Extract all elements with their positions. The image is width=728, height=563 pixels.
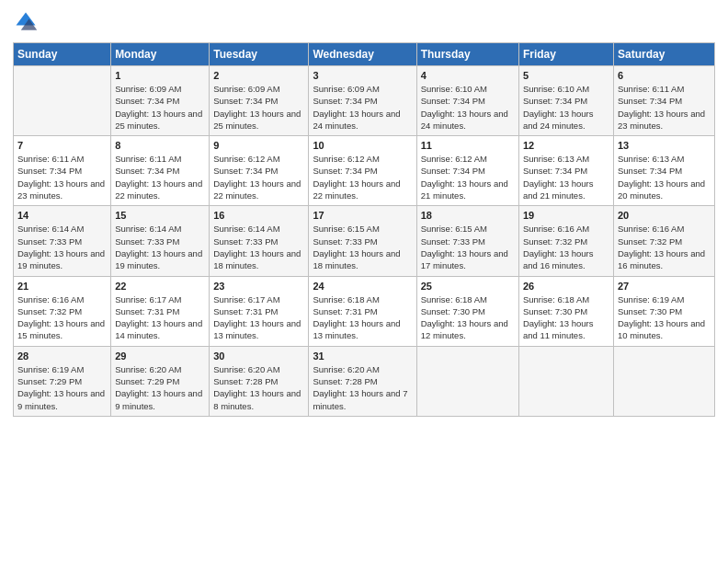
day-number: 27 [618, 281, 711, 292]
day-number: 26 [523, 281, 609, 292]
cell-day-30: 30Sunrise: 6:20 AMSunset: 7:28 PMDayligh… [210, 346, 309, 416]
header-row: SundayMondayTuesdayWednesdayThursdayFrid… [14, 43, 715, 66]
col-header-friday: Friday [518, 43, 613, 66]
day-number: 17 [313, 210, 412, 221]
cell-day-25: 25Sunrise: 6:18 AMSunset: 7:30 PMDayligh… [416, 276, 518, 346]
day-number: 4 [421, 70, 515, 81]
cell-day-7: 7Sunrise: 6:11 AMSunset: 7:34 PMDaylight… [14, 136, 111, 206]
day-info: Sunrise: 6:11 AMSunset: 7:34 PMDaylight:… [17, 153, 107, 201]
day-number: 22 [115, 281, 205, 292]
cell-day-16: 16Sunrise: 6:14 AMSunset: 7:33 PMDayligh… [210, 206, 309, 276]
day-number: 15 [115, 210, 205, 221]
day-info: Sunrise: 6:18 AMSunset: 7:30 PMDaylight:… [523, 293, 609, 342]
cell-day-6: 6Sunrise: 6:11 AMSunset: 7:34 PMDaylight… [613, 66, 714, 136]
cell-day-18: 18Sunrise: 6:15 AMSunset: 7:33 PMDayligh… [416, 206, 518, 276]
cell-day-31: 31Sunrise: 6:20 AMSunset: 7:28 PMDayligh… [309, 346, 416, 416]
page: SundayMondayTuesdayWednesdayThursdayFrid… [0, 0, 728, 563]
day-number: 11 [421, 140, 515, 151]
day-info: Sunrise: 6:10 AMSunset: 7:34 PMDaylight:… [421, 83, 515, 132]
day-info: Sunrise: 6:12 AMSunset: 7:34 PMDaylight:… [313, 153, 412, 201]
week-row-2: 7Sunrise: 6:11 AMSunset: 7:34 PMDaylight… [14, 136, 715, 206]
day-number: 28 [17, 350, 107, 362]
cell-day-13: 13Sunrise: 6:13 AMSunset: 7:34 PMDayligh… [613, 136, 714, 206]
day-info: Sunrise: 6:09 AMSunset: 7:34 PMDaylight:… [213, 83, 304, 132]
col-header-thursday: Thursday [416, 43, 518, 66]
day-number: 3 [313, 70, 412, 81]
cell-day-20: 20Sunrise: 6:16 AMSunset: 7:32 PMDayligh… [613, 206, 714, 276]
cell-day-10: 10Sunrise: 6:12 AMSunset: 7:34 PMDayligh… [309, 136, 416, 206]
day-info: Sunrise: 6:18 AMSunset: 7:31 PMDaylight:… [313, 293, 412, 342]
day-info: Sunrise: 6:11 AMSunset: 7:34 PMDaylight:… [618, 83, 711, 132]
day-number: 14 [17, 210, 107, 221]
cell-day-9: 9Sunrise: 6:12 AMSunset: 7:34 PMDaylight… [210, 136, 309, 206]
logo-icon [13, 9, 39, 35]
col-header-monday: Monday [111, 43, 210, 66]
cell-day-3: 3Sunrise: 6:09 AMSunset: 7:34 PMDaylight… [309, 66, 416, 136]
day-number: 2 [213, 70, 304, 81]
day-number: 20 [618, 210, 711, 221]
cell-day-23: 23Sunrise: 6:17 AMSunset: 7:31 PMDayligh… [210, 276, 309, 346]
day-info: Sunrise: 6:11 AMSunset: 7:34 PMDaylight:… [115, 153, 205, 201]
day-info: Sunrise: 6:20 AMSunset: 7:28 PMDaylight:… [213, 363, 304, 412]
day-info: Sunrise: 6:14 AMSunset: 7:33 PMDaylight:… [213, 223, 304, 271]
day-info: Sunrise: 6:14 AMSunset: 7:33 PMDaylight:… [17, 223, 107, 271]
day-number: 12 [523, 140, 609, 151]
day-info: Sunrise: 6:15 AMSunset: 7:33 PMDaylight:… [421, 223, 515, 271]
cell-day-4: 4Sunrise: 6:10 AMSunset: 7:34 PMDaylight… [416, 66, 518, 136]
cell-day-21: 21Sunrise: 6:16 AMSunset: 7:32 PMDayligh… [14, 276, 111, 346]
day-number: 7 [17, 140, 107, 151]
calendar-table: SundayMondayTuesdayWednesdayThursdayFrid… [13, 42, 715, 417]
cell-day-19: 19Sunrise: 6:16 AMSunset: 7:32 PMDayligh… [518, 206, 613, 276]
day-number: 8 [115, 140, 205, 151]
day-info: Sunrise: 6:13 AMSunset: 7:34 PMDaylight:… [523, 153, 609, 201]
cell-day-empty [14, 66, 111, 136]
day-info: Sunrise: 6:16 AMSunset: 7:32 PMDaylight:… [523, 223, 609, 271]
cell-day-28: 28Sunrise: 6:19 AMSunset: 7:29 PMDayligh… [14, 346, 111, 416]
day-info: Sunrise: 6:17 AMSunset: 7:31 PMDaylight:… [213, 293, 304, 342]
day-info: Sunrise: 6:17 AMSunset: 7:31 PMDaylight:… [115, 293, 205, 342]
col-header-sunday: Sunday [14, 43, 111, 66]
day-info: Sunrise: 6:16 AMSunset: 7:32 PMDaylight:… [618, 223, 711, 271]
col-header-saturday: Saturday [613, 43, 714, 66]
day-number: 24 [313, 281, 412, 292]
cell-day-26: 26Sunrise: 6:18 AMSunset: 7:30 PMDayligh… [518, 276, 613, 346]
day-number: 6 [618, 70, 711, 81]
cell-day-empty [613, 346, 714, 416]
day-number: 9 [213, 140, 304, 151]
day-info: Sunrise: 6:10 AMSunset: 7:34 PMDaylight:… [523, 83, 609, 132]
cell-day-24: 24Sunrise: 6:18 AMSunset: 7:31 PMDayligh… [309, 276, 416, 346]
cell-day-8: 8Sunrise: 6:11 AMSunset: 7:34 PMDaylight… [111, 136, 210, 206]
cell-day-empty [416, 346, 518, 416]
day-info: Sunrise: 6:13 AMSunset: 7:34 PMDaylight:… [618, 153, 711, 201]
cell-day-29: 29Sunrise: 6:20 AMSunset: 7:29 PMDayligh… [111, 346, 210, 416]
day-number: 23 [213, 281, 304, 292]
day-number: 16 [213, 210, 304, 221]
cell-day-15: 15Sunrise: 6:14 AMSunset: 7:33 PMDayligh… [111, 206, 210, 276]
logo [13, 9, 40, 35]
day-info: Sunrise: 6:19 AMSunset: 7:29 PMDaylight:… [17, 363, 107, 412]
day-number: 18 [421, 210, 515, 221]
day-number: 1 [115, 70, 205, 81]
cell-day-5: 5Sunrise: 6:10 AMSunset: 7:34 PMDaylight… [518, 66, 613, 136]
day-number: 31 [313, 350, 412, 362]
day-number: 19 [523, 210, 609, 221]
cell-day-11: 11Sunrise: 6:12 AMSunset: 7:34 PMDayligh… [416, 136, 518, 206]
cell-day-2: 2Sunrise: 6:09 AMSunset: 7:34 PMDaylight… [210, 66, 309, 136]
day-number: 5 [523, 70, 609, 81]
day-info: Sunrise: 6:14 AMSunset: 7:33 PMDaylight:… [115, 223, 205, 271]
day-info: Sunrise: 6:20 AMSunset: 7:28 PMDaylight:… [313, 363, 412, 412]
col-header-wednesday: Wednesday [309, 43, 416, 66]
day-number: 29 [115, 350, 205, 362]
day-info: Sunrise: 6:09 AMSunset: 7:34 PMDaylight:… [313, 83, 412, 132]
cell-day-1: 1Sunrise: 6:09 AMSunset: 7:34 PMDaylight… [111, 66, 210, 136]
cell-day-14: 14Sunrise: 6:14 AMSunset: 7:33 PMDayligh… [14, 206, 111, 276]
day-number: 13 [618, 140, 711, 151]
day-number: 21 [17, 281, 107, 292]
cell-day-22: 22Sunrise: 6:17 AMSunset: 7:31 PMDayligh… [111, 276, 210, 346]
day-number: 10 [313, 140, 412, 151]
day-info: Sunrise: 6:18 AMSunset: 7:30 PMDaylight:… [421, 293, 515, 342]
week-row-5: 28Sunrise: 6:19 AMSunset: 7:29 PMDayligh… [14, 346, 715, 416]
day-info: Sunrise: 6:12 AMSunset: 7:34 PMDaylight:… [421, 153, 515, 201]
cell-day-12: 12Sunrise: 6:13 AMSunset: 7:34 PMDayligh… [518, 136, 613, 206]
day-info: Sunrise: 6:20 AMSunset: 7:29 PMDaylight:… [115, 363, 205, 412]
